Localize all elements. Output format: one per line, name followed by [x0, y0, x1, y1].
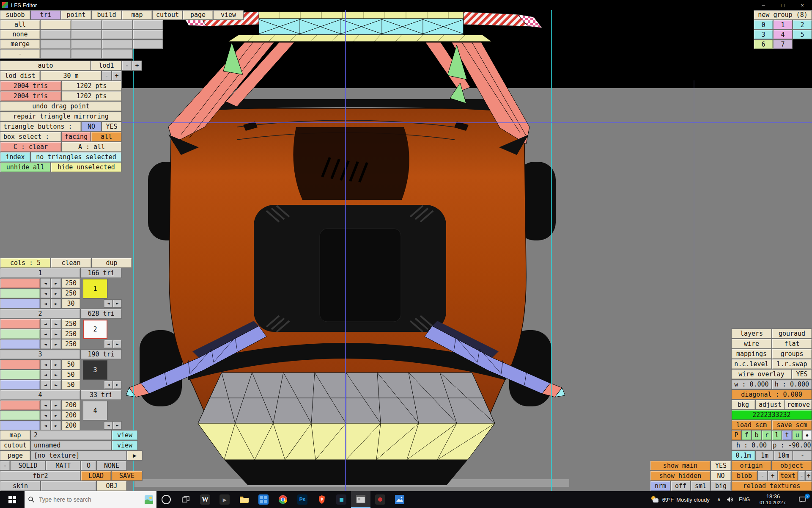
increment-button[interactable]: ► — [51, 420, 61, 431]
decrement-button[interactable]: ◄ — [40, 410, 51, 420]
group-cell-6[interactable]: 6 — [754, 39, 773, 49]
subob-cell[interactable] — [102, 39, 133, 49]
red-value[interactable]: 250 — [61, 278, 80, 288]
blue-value[interactable]: 200 — [61, 420, 80, 431]
tab-tri[interactable]: tri — [30, 10, 61, 20]
green-slider[interactable] — [0, 288, 40, 298]
increment-button[interactable]: ► — [51, 400, 61, 410]
tab-view[interactable]: view — [213, 10, 244, 20]
subob-dash-button[interactable]: - — [0, 49, 40, 59]
tray-expand-button[interactable]: ∧ — [714, 491, 724, 508]
group-number[interactable]: 4 — [0, 390, 80, 400]
swatch-next-button[interactable]: ► — [113, 340, 122, 348]
obj-button[interactable]: OBJ — [96, 481, 127, 491]
increment-button[interactable]: ► — [51, 329, 61, 339]
hide-unselected-button[interactable]: hide unselected — [51, 162, 122, 172]
group-cell-2[interactable]: 2 — [793, 20, 812, 30]
group-cell-4[interactable]: 4 — [773, 30, 793, 39]
subob-cell[interactable] — [71, 30, 102, 39]
chrome-button[interactable] — [273, 491, 293, 508]
decrement-button[interactable]: ◄ — [40, 380, 51, 390]
group-cell-0[interactable]: 0 — [754, 20, 773, 30]
increment-button[interactable]: ► — [51, 380, 61, 390]
tab-page[interactable]: page — [183, 10, 213, 20]
group-cell-1[interactable]: 1 — [773, 20, 793, 30]
subob-cell[interactable] — [71, 20, 102, 30]
select-all-button[interactable]: A : all — [61, 142, 122, 152]
cortana-button[interactable] — [156, 491, 176, 508]
red-slider[interactable] — [0, 319, 40, 329]
grid-minus-button[interactable]: - — [793, 450, 812, 461]
subob-cell[interactable] — [133, 39, 163, 49]
search-input[interactable] — [38, 496, 141, 503]
flag-u-button[interactable]: u — [792, 430, 802, 440]
text-button[interactable]: text — [778, 471, 798, 481]
search-bar[interactable] — [25, 491, 156, 508]
grid-1m-button[interactable]: 1m — [755, 450, 774, 461]
lod-dist-minus-button[interactable]: - — [102, 71, 112, 81]
red-value[interactable]: 250 — [61, 319, 80, 329]
decrement-button[interactable]: ◄ — [40, 420, 51, 431]
box-select-facing[interactable]: facing — [61, 132, 91, 142]
triangle-buttons-yes[interactable]: YES — [102, 121, 122, 132]
green-value[interactable]: 250 — [61, 288, 80, 298]
text-minus-button[interactable]: - — [798, 471, 805, 481]
increment-button[interactable]: ► — [51, 298, 61, 309]
nrm-sml-button[interactable]: sml — [691, 481, 710, 491]
model-name[interactable]: fbr2 — [0, 471, 81, 481]
nrm-off-button[interactable]: off — [671, 481, 691, 491]
blue-slider[interactable] — [0, 339, 40, 349]
language-indicator[interactable]: ENG — [736, 491, 753, 508]
load-button[interactable]: LOAD — [81, 471, 111, 481]
tab-point[interactable]: point — [61, 10, 91, 20]
save-button[interactable]: SAVE — [111, 471, 143, 481]
undo-drag-point-button[interactable]: undo drag point — [0, 101, 122, 111]
increment-button[interactable]: ► — [51, 278, 61, 288]
groups-button[interactable]: groups — [772, 349, 812, 359]
cutout-value[interactable]: unnamed — [30, 440, 112, 450]
green-slider[interactable] — [0, 329, 40, 339]
decrement-button[interactable]: ◄ — [40, 319, 51, 329]
swatch-prev-button[interactable]: ◄ — [104, 299, 113, 308]
swatch-prev-button[interactable]: ◄ — [104, 381, 113, 389]
action-center-button[interactable]: 2 — [793, 491, 812, 508]
mappings-button[interactable]: mappings — [731, 349, 772, 359]
lod-dist-value[interactable]: 30 m — [40, 71, 102, 81]
lod1-button[interactable]: lod1 — [91, 61, 122, 71]
color-swatch[interactable]: 1 — [83, 279, 107, 298]
grid-10m-button[interactable]: 10m — [774, 450, 793, 461]
new-group-title[interactable]: new group (8) — [754, 10, 812, 20]
nrm-button[interactable]: nrm — [650, 481, 671, 491]
flag-p-button[interactable]: P — [731, 430, 741, 440]
wire-button[interactable]: wire — [731, 339, 772, 349]
decrement-button[interactable]: ◄ — [40, 298, 51, 309]
subob-none-button[interactable]: none — [0, 30, 40, 39]
increment-button[interactable]: ► — [51, 410, 61, 420]
group-cell-3[interactable]: 3 — [754, 30, 773, 39]
increment-button[interactable]: ► — [51, 370, 61, 380]
taskbar-app-w[interactable]: W — [195, 491, 215, 508]
green-value[interactable]: 200 — [61, 410, 80, 420]
page-texture-value[interactable]: [no texture] — [30, 450, 127, 461]
subob-cell[interactable] — [40, 30, 71, 39]
subob-cell[interactable] — [71, 39, 102, 49]
blob-button[interactable]: blob — [731, 471, 757, 481]
subob-cell[interactable] — [102, 30, 133, 39]
lod-dist-plus-button[interactable]: + — [112, 71, 122, 81]
color-swatch-selected[interactable]: 2 — [83, 320, 107, 339]
flag-b-button[interactable]: b — [752, 430, 762, 440]
subob-cell[interactable] — [133, 30, 163, 39]
blue-value[interactable]: 250 — [61, 339, 80, 349]
flag-dot-button[interactable]: ● — [802, 430, 812, 440]
reload-textures-button[interactable]: reload textures — [731, 481, 812, 491]
decrement-button[interactable]: ◄ — [40, 359, 51, 370]
flag-r-button[interactable]: r — [762, 430, 772, 440]
group-number[interactable]: 3 — [0, 349, 80, 359]
wire-overlay-toggle[interactable]: YES — [792, 369, 812, 379]
solid-button[interactable]: SOLID — [10, 461, 46, 471]
red-slider[interactable] — [0, 359, 40, 370]
group-cell-7[interactable]: 7 — [773, 39, 793, 49]
triangle-buttons-no[interactable]: NO — [81, 121, 102, 132]
tab-map[interactable]: map — [122, 10, 152, 20]
flag-t-button[interactable]: t — [782, 430, 792, 440]
